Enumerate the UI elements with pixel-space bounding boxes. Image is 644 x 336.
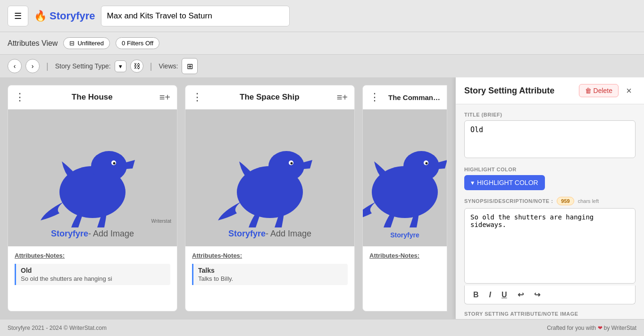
undo-icon: ↩: [518, 291, 524, 299]
brand-add-spaceship: Storyfyre: [228, 229, 266, 238]
dragon-illustration-command: [362, 126, 447, 230]
link-icon-button[interactable]: ⛓: [130, 59, 143, 73]
svg-point-7: [291, 162, 293, 165]
chars-badge: 959: [557, 197, 574, 205]
filters-off-label: 0 Filters Off: [122, 40, 153, 47]
navbar: ☰ 🔥 Storyfyre: [0, 0, 644, 32]
synopsis-label-row: SYNOPSIS/DESCRIPTION/NOTE : 959 chars le…: [464, 197, 636, 205]
footer: Storyfyre 2021 - 2024 © WriterStat.com C…: [0, 319, 644, 336]
card-the-spaceship: ⋮ The Space Ship ≡+: [185, 85, 355, 311]
highlight-dropdown-icon: ▾: [471, 179, 474, 186]
view-label: Attributes View: [8, 39, 58, 48]
card-image-house: Storyfyre- Add Image Writerstat: [8, 109, 177, 246]
card-title-spaceship: The Space Ship: [240, 92, 300, 102]
setting-type-label: Story Setting Type:: [55, 62, 111, 70]
synopsis-input[interactable]: [464, 208, 636, 284]
separator-1: |: [46, 61, 49, 71]
dragon-illustration-spaceship: [213, 126, 326, 230]
card-notes-house: Attributes-Notes: Old So old the shutter…: [8, 246, 177, 311]
underline-button[interactable]: U: [499, 290, 510, 300]
redo-icon: ↪: [534, 291, 540, 299]
views-label: Views:: [159, 62, 178, 70]
italic-button[interactable]: I: [486, 290, 494, 300]
card-image-command: Storyfyre: [363, 109, 447, 246]
panel-body: TITLE (brief) HIGHLIGHT COLOR ▾ HIGHLIGH…: [456, 104, 644, 319]
image-label: STORY SETTING ATTRIBUTE/NOTE IMAGE: [464, 311, 636, 317]
dragon-illustration-house: [36, 126, 149, 230]
link-icon: ⛓: [134, 62, 140, 70]
attribute-item-house[interactable]: Old So old the shutters are hanging si: [15, 264, 170, 285]
card-the-command: ⋮ The Comman…: [362, 85, 447, 311]
views-icon: ⊞: [187, 62, 193, 71]
add-image-label-house[interactable]: Storyfyre- Add Image: [51, 229, 134, 239]
svg-point-3: [113, 162, 116, 165]
footer-right-suffix: by WriterStat: [604, 325, 636, 331]
bold-button[interactable]: B: [470, 290, 482, 300]
delete-icon: 🗑: [585, 87, 592, 94]
highlight-label: HIGHLIGHT COLOR: [464, 167, 636, 172]
next-button[interactable]: ›: [25, 59, 40, 73]
add-image-label-spaceship[interactable]: Storyfyre- Add Image: [228, 229, 311, 239]
watermark-house: Writerstat: [151, 218, 171, 224]
toolbar: ‹ › | Story Setting Type: ▾ ⛓ | Views: ⊞: [0, 55, 644, 77]
card-add-house[interactable]: ≡+: [159, 92, 170, 103]
card-the-house: ⋮ The House ≡+: [8, 85, 177, 311]
next-icon: ›: [32, 62, 34, 70]
unfiltered-button[interactable]: ⊟ Unfiltered: [63, 37, 110, 49]
add-image-suffix-house: - Add Image: [88, 229, 134, 238]
delete-button[interactable]: 🗑 Delete: [579, 84, 619, 97]
subheader: Attributes View ⊟ Unfiltered 0 Filters O…: [0, 32, 644, 55]
highlight-color-label: HIGHLIGHT COLOR: [477, 179, 538, 186]
menu-button[interactable]: ☰: [8, 6, 28, 26]
filter-icon: ⊟: [69, 40, 75, 47]
hamburger-icon: ☰: [14, 11, 22, 21]
highlight-color-button[interactable]: ▾ HIGHLIGHT COLOR: [464, 175, 545, 190]
right-panel: Story Setting Attribute 🗑 Delete × TITLE…: [455, 77, 644, 319]
add-image-suffix-spaceship: - Add Image: [266, 229, 311, 238]
prev-icon: ‹: [14, 62, 16, 70]
panel-header-actions: 🗑 Delete ×: [579, 84, 636, 97]
attribute-title-spaceship: Talks: [198, 267, 343, 274]
attribute-desc-house: So old the shutters are hanging si: [21, 275, 166, 282]
card-header-house: ⋮ The House ≡+: [8, 85, 177, 109]
card-title-house: The House: [72, 92, 113, 102]
story-title-input[interactable]: [101, 6, 290, 26]
notes-heading-command: Attributes-Notes:: [369, 252, 440, 259]
delete-label: Delete: [594, 87, 612, 94]
notes-heading-house: Attributes-Notes:: [15, 252, 170, 259]
card-header-command: ⋮ The Comman…: [363, 85, 447, 109]
footer-left: Storyfyre 2021 - 2024 © WriterStat.com: [8, 325, 107, 331]
card-notes-spaceship: Attributes-Notes: Talks Talks to Billy.: [185, 246, 354, 311]
filter-label: Unfiltered: [77, 40, 104, 47]
views-button[interactable]: ⊞: [182, 58, 198, 74]
card-menu-house[interactable]: ⋮: [15, 91, 25, 103]
brand-add-command: Storyfyre: [390, 231, 419, 239]
card-title-command: The Comman…: [388, 93, 440, 101]
svg-point-11: [426, 162, 428, 165]
close-button[interactable]: ×: [622, 84, 636, 97]
attribute-item-spaceship[interactable]: Talks Talks to Billy.: [192, 264, 348, 285]
notes-heading-spaceship: Attributes-Notes:: [192, 252, 348, 259]
card-menu-spaceship[interactable]: ⋮: [192, 91, 202, 103]
undo-button[interactable]: ↩: [515, 289, 527, 300]
card-menu-command[interactable]: ⋮: [369, 91, 380, 103]
filters-off-button[interactable]: 0 Filters Off: [116, 37, 159, 49]
title-input[interactable]: [464, 120, 636, 158]
brand-logo: 🔥 Storyfyre: [34, 10, 95, 22]
chars-left-text: chars left: [578, 198, 599, 204]
type-select-dropdown[interactable]: ▾: [115, 60, 126, 72]
card-add-spaceship[interactable]: ≡+: [337, 92, 348, 103]
main-content: ⋮ The House ≡+: [0, 77, 644, 319]
redo-button[interactable]: ↪: [531, 289, 543, 300]
card-image-spaceship: Storyfyre- Add Image: [185, 109, 354, 246]
synopsis-label: SYNOPSIS/DESCRIPTION/NOTE :: [464, 198, 553, 204]
close-icon: ×: [626, 85, 632, 96]
underline-icon: U: [502, 291, 507, 299]
card-notes-command: Attributes-Notes:: [363, 246, 447, 269]
prev-button[interactable]: ‹: [8, 59, 22, 73]
italic-icon: I: [489, 291, 491, 299]
text-toolbar: B I U ↩ ↪: [464, 286, 636, 304]
title-field-label: TITLE (brief): [464, 112, 636, 118]
footer-right: Crafted for you with ❤ by WriterStat: [547, 325, 636, 331]
add-image-label-command[interactable]: Storyfyre: [390, 231, 419, 239]
